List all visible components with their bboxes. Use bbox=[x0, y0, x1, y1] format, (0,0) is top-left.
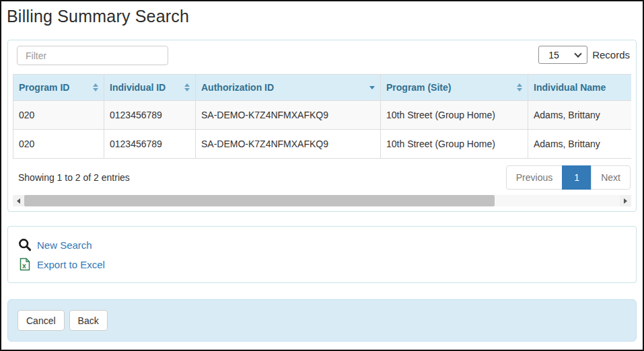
cell-individual-name: Adams, Brittany bbox=[528, 130, 632, 159]
column-header-program-site[interactable]: Program (Site) bbox=[381, 75, 528, 101]
column-header-individual-name[interactable]: Individual Name bbox=[528, 75, 632, 101]
pagination-previous[interactable]: Previous bbox=[506, 165, 563, 190]
cell-program-id: 020 bbox=[13, 101, 104, 130]
cell-program-id: 020 bbox=[13, 130, 104, 159]
records-per-page-select[interactable]: 15 bbox=[538, 46, 587, 64]
results-panel: 15 Records Program ID bbox=[7, 40, 637, 212]
records-label: Records bbox=[592, 49, 630, 61]
search-icon bbox=[18, 238, 32, 251]
pagination-next[interactable]: Next bbox=[591, 165, 631, 190]
cell-individual-id: 0123456789 bbox=[104, 101, 196, 130]
column-header-individual-id[interactable]: Individual ID bbox=[104, 75, 196, 101]
pagination: Previous 1 Next bbox=[506, 165, 631, 190]
page-title: Billing Summary Search bbox=[7, 7, 643, 26]
back-button[interactable]: Back bbox=[69, 310, 108, 331]
cancel-button[interactable]: Cancel bbox=[17, 310, 65, 331]
cell-individual-name: Adams, Brittany bbox=[528, 101, 632, 130]
table-row[interactable]: 020 0123456789 SA-DEMO-K7Z4NFMXAFKQ9 10t… bbox=[13, 130, 632, 159]
column-header-authorization-id[interactable]: Authorization ID bbox=[196, 75, 381, 101]
billing-summary-search-page: Billing Summary Search 15 Records bbox=[0, 0, 644, 351]
scrollbar-thumb[interactable] bbox=[24, 195, 495, 206]
column-label: Individual ID bbox=[110, 82, 166, 93]
column-label: Program (Site) bbox=[386, 82, 451, 93]
cell-program-site: 10th Street (Group Home) bbox=[381, 101, 528, 130]
sort-desc-icon bbox=[369, 86, 375, 89]
results-table: Program ID Individual ID bbox=[13, 74, 631, 159]
export-to-excel-action[interactable]: x Export to Excel bbox=[18, 258, 626, 271]
footer-action-bar: Cancel Back bbox=[7, 299, 637, 342]
column-label: Program ID bbox=[19, 82, 69, 93]
scroll-right-button[interactable] bbox=[620, 195, 631, 206]
filter-input[interactable] bbox=[17, 46, 168, 65]
results-table-viewport: Program ID Individual ID bbox=[13, 74, 631, 159]
sort-icon bbox=[517, 83, 522, 91]
pagination-page-1[interactable]: 1 bbox=[562, 165, 592, 190]
column-header-program-id[interactable]: Program ID bbox=[13, 75, 104, 101]
table-row[interactable]: 020 0123456789 SA-DEMO-K7Z4NFMXAFKQ9 10t… bbox=[13, 101, 632, 130]
table-header-row: Program ID Individual ID bbox=[13, 75, 632, 101]
column-label: Individual Name bbox=[534, 82, 606, 93]
cell-individual-id: 0123456789 bbox=[104, 130, 196, 159]
cell-program-site: 10th Street (Group Home) bbox=[381, 130, 528, 159]
table-info: Showing 1 to 2 of 2 entries bbox=[18, 172, 130, 183]
horizontal-scrollbar[interactable] bbox=[13, 195, 631, 206]
new-search-link[interactable]: New Search bbox=[37, 239, 92, 251]
scrollbar-track[interactable] bbox=[24, 195, 620, 206]
sort-icon bbox=[184, 83, 190, 91]
export-to-excel-link[interactable]: Export to Excel bbox=[37, 259, 105, 270]
sort-icon bbox=[93, 83, 98, 91]
cell-authorization-id: SA-DEMO-K7Z4NFMXAFKQ9 bbox=[196, 101, 381, 130]
table-controls-row: 15 Records bbox=[13, 45, 631, 65]
column-label: Authorization ID bbox=[201, 82, 274, 93]
scroll-left-button[interactable] bbox=[13, 195, 24, 206]
cell-authorization-id: SA-DEMO-K7Z4NFMXAFKQ9 bbox=[196, 130, 381, 159]
new-search-action[interactable]: New Search bbox=[18, 238, 626, 251]
records-per-page-group: 15 Records bbox=[538, 46, 630, 64]
table-footer-row: Showing 1 to 2 of 2 entries Previous 1 N… bbox=[13, 165, 631, 190]
excel-icon: x bbox=[18, 258, 32, 271]
arrow-left-icon bbox=[17, 198, 20, 204]
svg-text:x: x bbox=[22, 262, 26, 270]
arrow-right-icon bbox=[624, 198, 627, 204]
actions-panel: New Search x Export to Excel bbox=[7, 226, 637, 283]
